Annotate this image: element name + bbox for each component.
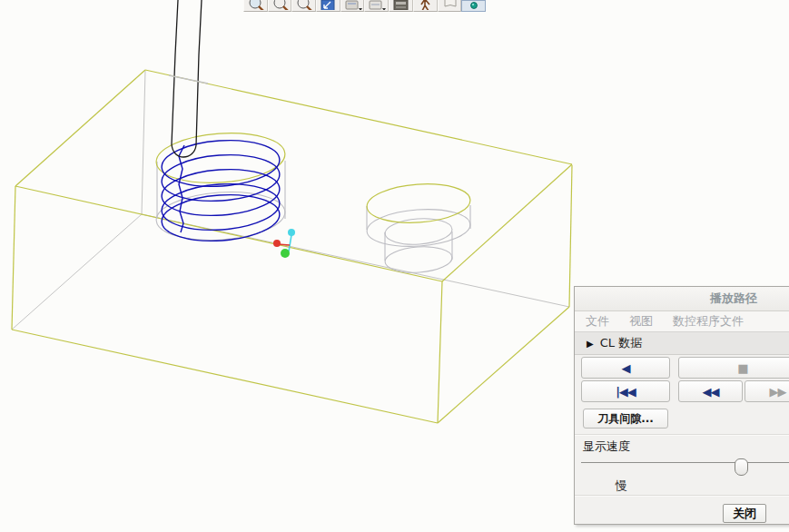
speed-slider-thumb[interactable] — [735, 458, 748, 476]
dialog-title: 播放路径 — [575, 287, 789, 311]
play-reverse-button[interactable]: ◀ — [581, 357, 670, 379]
separator — [575, 434, 789, 436]
marker-dot-red — [273, 240, 281, 247]
play-path-dialog: 播放路径 文件 视图 数控程序文件 ▶ CL 数据 ◀ ■ |◀◀ ◀◀ ▶▶ … — [574, 286, 789, 525]
display-speed-label: 显示速度 — [583, 438, 630, 455]
cl-data-label: CL 数据 — [600, 335, 642, 351]
zoom-in-icon[interactable] — [268, 0, 292, 12]
menu-file[interactable]: 文件 — [586, 313, 609, 330]
menu-nc-program-file[interactable]: 数控程序文件 — [673, 313, 744, 330]
datum-point-icon[interactable] — [461, 0, 486, 12]
tool-position-marker — [273, 229, 295, 258]
mannequin-icon[interactable] — [413, 0, 438, 12]
marker-dot-cyan — [288, 229, 295, 236]
display-settings-icon[interactable] — [340, 0, 365, 12]
hidden-edges — [12, 71, 569, 330]
cl-data-section-header[interactable]: ▶ CL 数据 — [575, 331, 789, 355]
dialog-menubar: 文件 视图 数控程序文件 — [575, 311, 789, 331]
marker-dot-green — [281, 249, 290, 258]
collapse-arrow-icon: ▶ — [587, 339, 594, 349]
saved-views-icon[interactable] — [389, 0, 413, 12]
slow-label: 慢 — [616, 478, 627, 494]
menu-view[interactable]: 视图 — [629, 313, 653, 330]
go-to-start-button[interactable]: |◀◀ — [581, 380, 670, 402]
app-canvas: { "toolbar": { "buttons": [ {"icon": "zo… — [0, 0, 789, 532]
view-toolbar — [243, 0, 486, 12]
right-hole — [366, 181, 472, 274]
zoom-out-icon[interactable] — [291, 0, 316, 12]
close-button[interactable]: 关闭 — [723, 504, 766, 523]
stop-button[interactable]: ■ — [678, 357, 789, 379]
refit-icon[interactable] — [316, 0, 340, 12]
annotation-flag-icon[interactable] — [438, 0, 462, 12]
toolpath-spiral — [160, 137, 281, 245]
render-style-icon[interactable] — [364, 0, 389, 12]
fast-forward-button[interactable]: ▶▶ — [745, 380, 789, 402]
zoom-window-icon[interactable] — [243, 0, 268, 12]
fast-reverse-button[interactable]: ◀◀ — [678, 380, 743, 402]
separator — [575, 495, 789, 497]
speed-slider-track[interactable] — [581, 462, 789, 463]
tool-clearance-button[interactable]: 刀具间隙... — [583, 409, 668, 429]
